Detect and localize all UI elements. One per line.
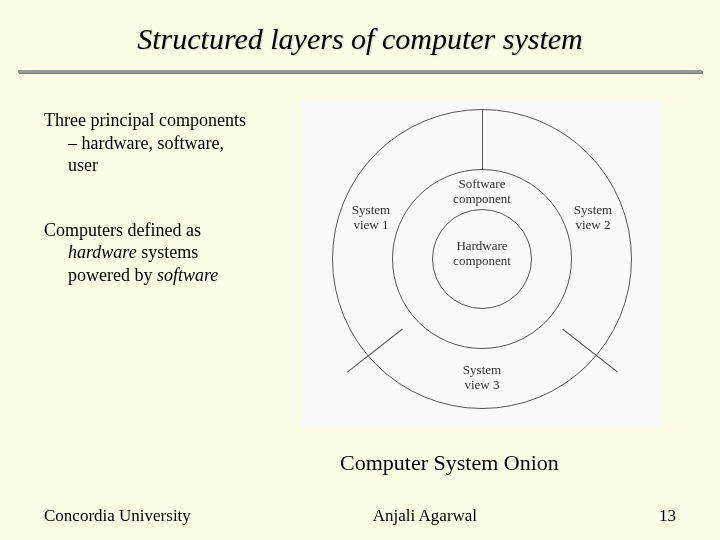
onion-diagram: System view 1 Software component System … bbox=[302, 99, 662, 429]
label-system-view-3: System view 3 bbox=[452, 363, 512, 393]
footer-right: 13 bbox=[659, 506, 676, 526]
label-hardware-component: Hardware component bbox=[442, 239, 522, 269]
p2-systems: systems bbox=[137, 242, 199, 262]
footer-left: Concordia University bbox=[44, 506, 191, 526]
footer-center: Anjali Agarwal bbox=[373, 506, 477, 526]
paragraph-1: Three principal components – hardware, s… bbox=[44, 109, 294, 177]
p1-line3: user bbox=[44, 154, 294, 177]
p1-line1: Three principal components bbox=[44, 110, 246, 130]
label-system-view-1: System view 1 bbox=[346, 203, 396, 233]
diagram-caption: Computer System Onion bbox=[340, 450, 559, 476]
label-system-view-2: System view 2 bbox=[568, 203, 618, 233]
footer: Concordia University Anjali Agarwal 13 bbox=[0, 506, 720, 526]
p2-line2: hardware systems bbox=[44, 241, 294, 264]
p2-powered: powered by bbox=[68, 265, 157, 285]
content-area: Three principal components – hardware, s… bbox=[0, 77, 720, 439]
text-column: Three principal components – hardware, s… bbox=[44, 109, 294, 439]
horizontal-rule bbox=[18, 70, 702, 73]
label-software-component: Software component bbox=[442, 177, 522, 207]
diagram-column: System view 1 Software component System … bbox=[294, 109, 700, 439]
p2-hardware: hardware bbox=[68, 242, 137, 262]
slide-title: Structured layers of computer system bbox=[0, 0, 720, 70]
p2-software: software bbox=[157, 265, 218, 285]
paragraph-2: Computers defined as hardware systems po… bbox=[44, 219, 294, 287]
p1-line2: – hardware, software, bbox=[44, 132, 294, 155]
p2-line1: Computers defined as bbox=[44, 220, 201, 240]
spoke-top bbox=[482, 109, 483, 169]
p2-line3: powered by software bbox=[44, 264, 294, 287]
